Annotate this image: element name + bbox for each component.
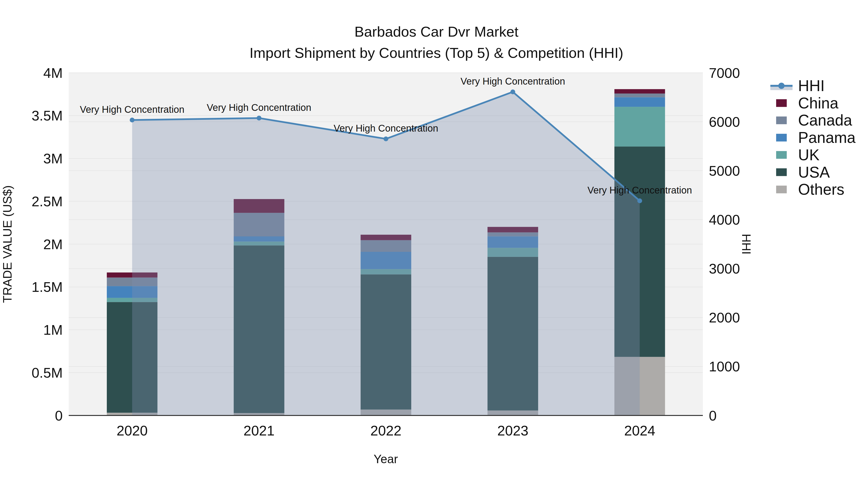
legend-swatch xyxy=(776,168,787,176)
legend-swatch xyxy=(776,117,787,124)
plot-area: 00.5M1M1.5M2M2.5M3M3.5M4M010002000300040… xyxy=(32,65,740,438)
bar-segment-panama-2024 xyxy=(614,97,665,107)
y-right-tick-label: 1000 xyxy=(709,359,740,374)
y-left-tick-label: 4M xyxy=(43,65,63,81)
legend-item-usa: USA xyxy=(776,164,830,181)
hhi-marker-swatch xyxy=(778,83,784,89)
y-right-axis-title: HHI xyxy=(740,234,753,255)
y-right-tick-label: 0 xyxy=(709,408,717,423)
bar-segment-canada-2024 xyxy=(614,94,665,97)
x-tick-label: 2021 xyxy=(244,423,275,438)
x-axis-title: Year xyxy=(373,452,398,466)
legend-swatch xyxy=(776,151,787,159)
y-left-tick-label: 1M xyxy=(43,322,63,337)
annotation-2020: Very High Concentration xyxy=(80,104,184,115)
legend-label: Panama xyxy=(798,129,856,146)
hhi-marker-2023 xyxy=(510,89,515,94)
y-right-tick-label: 6000 xyxy=(709,114,740,130)
legend-item-china: China xyxy=(776,94,839,112)
bar-segment-uk-2024 xyxy=(614,107,665,147)
legend-swatch xyxy=(776,134,787,141)
hhi-marker-2024 xyxy=(637,198,642,203)
legend-label: HHI xyxy=(798,77,825,94)
legend-label: Canada xyxy=(798,111,852,129)
y-left-tick-label: 3.5M xyxy=(32,108,63,123)
legend: HHIChinaCanadaPanamaUKUSAOthers xyxy=(770,77,856,198)
y-left-tick-label: 2M xyxy=(43,236,63,252)
y-left-tick-label: 0.5M xyxy=(32,365,63,381)
chart-canvas: 00.5M1M1.5M2M2.5M3M3.5M4M010002000300040… xyxy=(0,0,868,488)
y-right-tick-label: 3000 xyxy=(709,261,740,276)
legend-item-uk: UK xyxy=(776,146,819,164)
y-left-tick-label: 1.5M xyxy=(32,279,63,295)
chart-figure: 00.5M1M1.5M2M2.5M3M3.5M4M010002000300040… xyxy=(0,0,868,488)
y-right-tick-label: 2000 xyxy=(709,310,740,325)
x-tick-label: 2020 xyxy=(117,423,148,438)
x-tick-label: 2022 xyxy=(370,423,401,438)
chart-subtitle: Import Shipment by Countries (Top 5) & C… xyxy=(250,45,623,61)
legend-swatch xyxy=(776,186,787,193)
legend-label: UK xyxy=(798,146,819,164)
y-right-tick-label: 7000 xyxy=(709,65,740,81)
legend-item-panama: Panama xyxy=(776,129,856,146)
legend-item-others: Others xyxy=(776,181,844,198)
annotation-2023: Very High Concentration xyxy=(461,76,565,87)
legend-label: Others xyxy=(798,181,844,198)
legend-item-canada: Canada xyxy=(776,111,852,129)
bar-segment-china-2024 xyxy=(614,89,665,94)
annotation-2022: Very High Concentration xyxy=(334,123,438,133)
legend-label: China xyxy=(798,94,839,112)
y-left-axis-title: TRADE VALUE (US$) xyxy=(1,185,14,303)
y-left-tick-label: 3M xyxy=(43,151,63,166)
y-left-tick-label: 0 xyxy=(55,408,63,423)
y-left-tick-label: 2.5M xyxy=(32,194,63,209)
y-right-tick-label: 4000 xyxy=(709,212,740,227)
hhi-marker-2021 xyxy=(256,116,261,121)
x-tick-label: 2024 xyxy=(624,423,655,438)
chart-title: Barbados Car Dvr Market xyxy=(354,24,519,40)
x-tick-label: 2023 xyxy=(497,423,528,438)
legend-label: USA xyxy=(798,164,830,181)
hhi-marker-2020 xyxy=(130,118,134,123)
annotation-2021: Very High Concentration xyxy=(207,102,311,113)
legend-item-hhi: HHI xyxy=(770,77,825,94)
annotation-2024: Very High Concentration xyxy=(587,185,692,195)
legend-swatch xyxy=(776,99,787,107)
hhi-marker-2022 xyxy=(383,136,389,141)
y-right-tick-label: 5000 xyxy=(709,163,740,178)
